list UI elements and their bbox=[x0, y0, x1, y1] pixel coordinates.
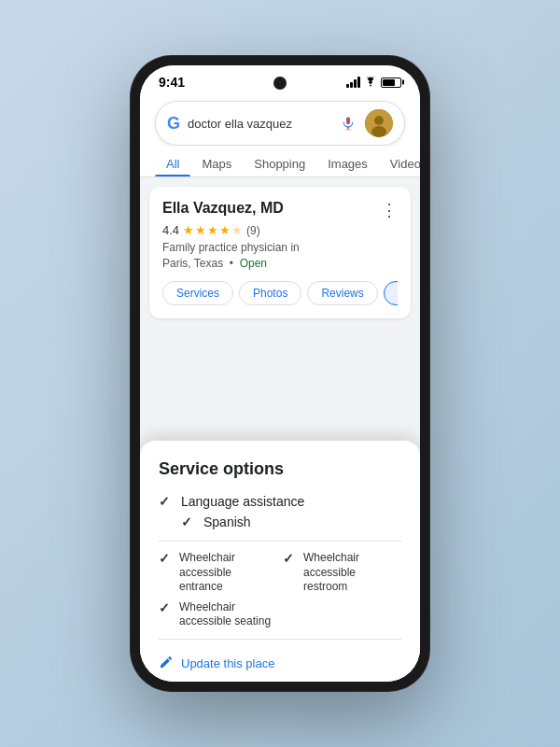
doctor-description: Family practice physician in Paris, Texa… bbox=[162, 240, 398, 272]
open-status: Open bbox=[240, 257, 267, 270]
review-count: (9) bbox=[246, 224, 260, 237]
language-assistance-item: ✓ Language assistance bbox=[159, 490, 401, 513]
camera-notch bbox=[273, 77, 287, 90]
divider bbox=[159, 541, 401, 542]
pencil-icon bbox=[159, 655, 174, 672]
google-logo: G bbox=[167, 114, 180, 134]
wheelchair-seating-label: Wheelchair accessible seating bbox=[179, 600, 277, 629]
tab-videos[interactable]: Videos bbox=[379, 151, 420, 176]
doctor-card: Ella Vazquez, MD ⋮ 4.4 ★ ★ ★ ★ ★ (9) bbox=[149, 187, 411, 318]
tab-all[interactable]: All bbox=[155, 151, 190, 176]
filter-chips: Services Photos Reviews About bbox=[162, 281, 398, 305]
status-time: 9:41 bbox=[159, 75, 185, 90]
scrollable-content: Ella Vazquez, MD ⋮ 4.4 ★ ★ ★ ★ ★ (9) bbox=[140, 177, 420, 682]
svg-rect-0 bbox=[346, 117, 350, 124]
check-icon: ✓ bbox=[159, 494, 174, 509]
accessibility-grid: ✓ Wheelchair accessible entrance ✓ Wheel… bbox=[159, 551, 401, 629]
chip-reviews[interactable]: Reviews bbox=[307, 281, 377, 305]
doctor-card-header: Ella Vazquez, MD ⋮ bbox=[162, 200, 398, 220]
update-place-row[interactable]: Update this place bbox=[159, 649, 401, 672]
battery-icon bbox=[381, 78, 401, 88]
update-place-label[interactable]: Update this place bbox=[181, 656, 274, 670]
tab-images[interactable]: Images bbox=[316, 151, 379, 176]
phone-frame: 9:41 bbox=[131, 56, 429, 691]
chip-about[interactable]: About bbox=[384, 281, 398, 305]
spanish-label: Spanish bbox=[203, 514, 251, 529]
language-assistance-label: Language assistance bbox=[181, 494, 304, 509]
user-avatar[interactable] bbox=[365, 109, 393, 137]
wheelchair-seating-item: ✓ Wheelchair accessible seating bbox=[159, 600, 277, 629]
wheelchair-restroom-item: ✓ Wheelchair accessible restroom bbox=[283, 551, 401, 595]
rating-number: 4.4 bbox=[162, 223, 179, 237]
check-icon-spanish: ✓ bbox=[181, 514, 196, 529]
nav-tabs: All Maps Shopping Images Videos bbox=[140, 146, 420, 177]
phone-screen: 9:41 bbox=[140, 65, 420, 682]
doctor-name: Ella Vazquez, MD bbox=[162, 200, 284, 217]
tab-shopping[interactable]: Shopping bbox=[243, 151, 316, 176]
search-input[interactable]: doctor ella vazquez bbox=[188, 117, 331, 131]
chip-photos[interactable]: Photos bbox=[239, 281, 301, 305]
svg-point-4 bbox=[374, 116, 384, 125]
svg-point-5 bbox=[371, 126, 386, 137]
star-rating: ★ ★ ★ ★ ★ bbox=[183, 223, 243, 237]
rating-row: 4.4 ★ ★ ★ ★ ★ (9) bbox=[162, 223, 398, 237]
wifi-icon bbox=[364, 77, 377, 89]
chip-services[interactable]: Services bbox=[162, 281, 233, 305]
more-options-icon[interactable]: ⋮ bbox=[381, 200, 398, 220]
wheelchair-restroom-label: Wheelchair accessible restroom bbox=[303, 551, 401, 595]
spanish-item: ✓ Spanish bbox=[159, 513, 401, 531]
status-icons bbox=[346, 77, 401, 89]
search-bar[interactable]: G doctor ella vazquez bbox=[155, 101, 405, 146]
service-options-sheet: Service options ✓ Language assistance ✓ … bbox=[140, 441, 420, 682]
search-area: G doctor ella vazquez bbox=[140, 93, 420, 146]
divider-2 bbox=[159, 639, 401, 640]
wheelchair-entrance-item: ✓ Wheelchair accessible entrance bbox=[159, 551, 277, 595]
mic-icon[interactable] bbox=[339, 114, 357, 133]
service-options-title: Service options bbox=[159, 459, 401, 479]
tab-maps[interactable]: Maps bbox=[190, 151, 243, 176]
check-icon-seating: ✓ bbox=[159, 600, 174, 615]
wheelchair-entrance-label: Wheelchair accessible entrance bbox=[179, 551, 277, 595]
check-icon-entrance: ✓ bbox=[159, 551, 174, 566]
signal-icon bbox=[346, 77, 360, 88]
check-icon-restroom: ✓ bbox=[283, 551, 298, 566]
